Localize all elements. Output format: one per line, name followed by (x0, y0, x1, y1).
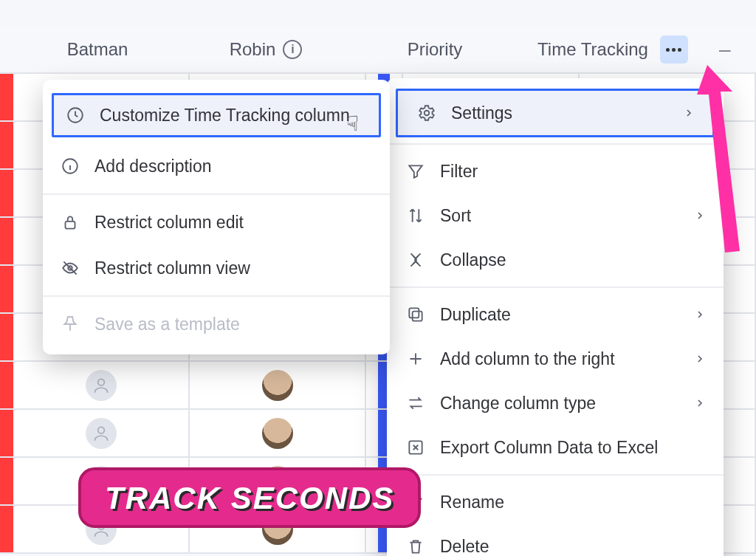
plus-icon (405, 348, 427, 370)
svg-rect-15 (413, 312, 422, 321)
pin-icon (59, 313, 81, 335)
menu-item-export-excel[interactable]: Export Column Data to Excel (387, 425, 724, 470)
cell-batman[interactable] (13, 362, 190, 408)
menu-item-label: Rename (440, 492, 504, 512)
add-column[interactable]: – (706, 38, 756, 61)
menu-item-save-template: Save as a template (43, 301, 390, 347)
menu-separator (387, 286, 724, 288)
menu-item-add-column-right[interactable]: Add column to the right (387, 337, 724, 381)
menu-item-label: Restrict column edit (94, 213, 244, 233)
menu-separator (43, 295, 390, 297)
menu-item-label: Settings (451, 103, 512, 123)
menu-item-label: Delete (440, 537, 489, 557)
menu-separator (387, 143, 724, 145)
clock-icon (64, 104, 86, 126)
lock-icon (59, 211, 81, 233)
column-header-label: Robin (230, 39, 276, 60)
row-color (0, 458, 13, 504)
menu-item-label: Save as a template (94, 315, 240, 334)
eye-off-icon (59, 257, 81, 279)
menu-separator (43, 193, 390, 195)
svg-point-6 (97, 379, 104, 385)
menu-item-label: Export Column Data to Excel (440, 438, 658, 458)
menu-item-change-type[interactable]: Change column type (387, 381, 724, 425)
menu-item-label: Filter (440, 162, 478, 182)
cell-robin[interactable] (190, 410, 366, 456)
row-color (0, 218, 13, 264)
row-color (0, 74, 13, 120)
row-color (0, 266, 13, 312)
info-icon (59, 155, 81, 177)
cell-robin[interactable] (190, 362, 366, 408)
column-header-label: Priority (408, 39, 463, 60)
row-color (0, 410, 13, 456)
collapse-icon (405, 249, 427, 271)
menu-item-restrict-view[interactable]: Restrict column view (43, 245, 390, 291)
duplicate-icon (405, 303, 427, 326)
menu-item-label: Sort (440, 206, 471, 226)
svg-rect-16 (409, 308, 419, 318)
avatar (262, 370, 293, 401)
menu-item-delete[interactable]: Delete (387, 524, 724, 556)
avatar-placeholder (86, 370, 117, 401)
gear-icon (416, 102, 438, 124)
annotation-arrow (687, 65, 753, 257)
menu-separator (387, 474, 724, 476)
svg-marker-18 (697, 65, 740, 253)
column-options-button[interactable] (660, 35, 688, 64)
menu-item-label: Duplicate (440, 305, 511, 325)
customize-submenu: Customize Time Tracking column ☟ Add des… (43, 80, 390, 354)
row-color (0, 506, 13, 552)
sort-icon (405, 205, 427, 227)
cell-batman[interactable] (13, 410, 190, 456)
menu-item-settings[interactable]: Settings (396, 89, 715, 137)
menu-item-label: Collapse (440, 250, 506, 270)
excel-icon (405, 436, 427, 459)
chevron-right-icon (694, 349, 706, 369)
menu-item-label: Restrict column view (94, 258, 250, 278)
menu-item-restrict-edit[interactable]: Restrict column edit (43, 199, 390, 245)
column-header-label: Batman (67, 39, 128, 60)
menu-item-add-description[interactable]: Add description (43, 143, 390, 189)
svg-point-14 (425, 111, 430, 116)
svg-point-7 (97, 427, 104, 433)
chevron-right-icon (694, 394, 706, 413)
menu-item-duplicate[interactable]: Duplicate (387, 292, 724, 337)
avatar-placeholder (86, 418, 117, 449)
menu-item-label: Add description (94, 157, 212, 176)
column-header-time-tracking[interactable]: Time Tracking (520, 27, 706, 72)
row-color (0, 122, 13, 168)
avatar (262, 418, 293, 449)
chevron-right-icon (694, 305, 706, 325)
menu-item-label: Change column type (440, 394, 596, 413)
row-color (0, 314, 13, 360)
menu-item-filter[interactable]: Filter (387, 149, 724, 193)
annotation-badge: TRACK SECONDS (78, 467, 421, 528)
row-color (0, 170, 13, 216)
column-header-robin[interactable]: Robin i (182, 27, 350, 72)
menu-item-collapse[interactable]: Collapse (387, 238, 724, 282)
trash-icon (405, 535, 427, 556)
row-color (0, 362, 13, 408)
menu-item-customize-column[interactable]: Customize Time Tracking column ☟ (52, 93, 381, 137)
menu-item-label: Add column to the right (440, 349, 615, 369)
menu-item-label: Customize Time Tracking column (100, 106, 350, 126)
svg-rect-12 (66, 222, 75, 229)
column-header-label: Time Tracking (537, 39, 648, 60)
info-icon[interactable]: i (283, 40, 302, 59)
column-headers: Batman Robin i Priority Time Tracking – (0, 27, 756, 74)
menu-item-sort[interactable]: Sort (387, 193, 724, 238)
filter-icon (405, 160, 427, 182)
column-context-menu: Settings Filter Sort Collapse Duplicate … (387, 78, 724, 556)
menu-item-rename[interactable]: Rename (387, 480, 724, 524)
column-header-priority[interactable]: Priority (350, 27, 520, 72)
swap-icon (405, 392, 427, 414)
column-header-batman[interactable]: Batman (13, 27, 182, 72)
